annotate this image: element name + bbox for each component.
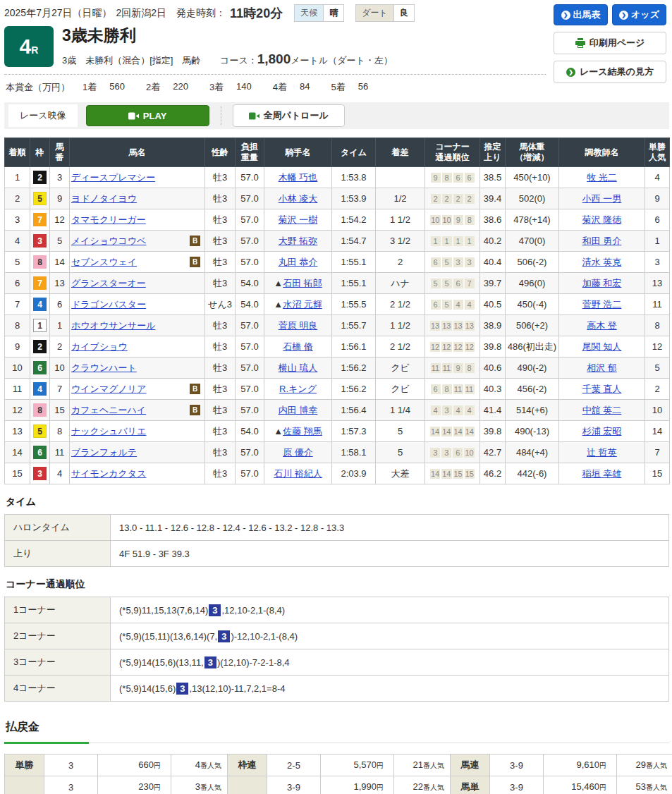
sex-age: 牡3 bbox=[205, 273, 236, 294]
jockey-name-link[interactable]: 水沼 元輝 bbox=[283, 299, 322, 310]
course-distance: 1,800 bbox=[257, 51, 291, 66]
corner-pass: 6 bbox=[431, 300, 441, 310]
trainer-name-link[interactable]: 杉浦 宏昭 bbox=[582, 426, 622, 436]
corner-pass: 13 bbox=[441, 321, 451, 331]
horse-name-link[interactable]: ホウオウサンサール bbox=[71, 319, 155, 332]
jockey-name-link[interactable]: 丸田 恭介 bbox=[279, 257, 318, 267]
trainer-name-link[interactable]: 相沢 郁 bbox=[587, 362, 617, 373]
last-3f-time: 39.4 bbox=[480, 188, 506, 209]
trainer-name-link[interactable]: 辻 哲英 bbox=[587, 447, 617, 458]
jockey-name-link[interactable]: 菊沢 一樹 bbox=[279, 214, 318, 225]
last-3f-time: 41.4 bbox=[480, 400, 506, 421]
jockey-name-link[interactable]: 菅原 明良 bbox=[279, 320, 318, 331]
trainer-name-link[interactable]: 稲垣 幸雄 bbox=[582, 468, 622, 479]
horse-weight: 442(-6) bbox=[506, 463, 559, 484]
jockey-name-link[interactable]: 佐藤 翔馬 bbox=[283, 426, 322, 436]
jockey-name-link[interactable]: 木幡 巧也 bbox=[279, 172, 318, 183]
trainer-name-link[interactable]: 菅野 浩二 bbox=[582, 299, 622, 310]
trainer-name-link[interactable]: 小西 一男 bbox=[582, 193, 622, 204]
jockey-name-link[interactable]: 原 優介 bbox=[283, 447, 313, 458]
result-guide-button[interactable]: ❯ レース結果の見方 bbox=[554, 61, 666, 83]
sex-age: 牡3 bbox=[205, 231, 236, 252]
horse-name-link[interactable]: セブンスウェイ bbox=[71, 256, 137, 269]
jockey-name-link[interactable]: 石田 拓郎 bbox=[283, 278, 322, 288]
horse-weight: 506(+2) bbox=[506, 315, 559, 336]
horse-name-link[interactable]: ディースプレマシー bbox=[71, 171, 155, 184]
trainer-name-link[interactable]: 牧 光二 bbox=[587, 172, 617, 183]
carried-weight: 57.0 bbox=[236, 400, 264, 421]
sex-age: 牡3 bbox=[205, 336, 236, 358]
finish-position: 10 bbox=[5, 358, 30, 379]
table-row: 10610クラウンハート牡357.0横山 琉人1:56.2クビ11119840.… bbox=[5, 358, 670, 379]
corner-label: 3コーナー bbox=[5, 649, 111, 676]
print-page-button-label: 印刷用ページ bbox=[589, 37, 645, 49]
column-header: 性齢 bbox=[205, 138, 236, 167]
horse-name-link[interactable]: カイブショウ bbox=[71, 341, 128, 353]
race-date: 2025年7月27日（日曜） bbox=[4, 7, 112, 20]
horse-name-link[interactable]: カフェヘニーハイ bbox=[71, 404, 146, 417]
video-camera-icon bbox=[249, 112, 259, 120]
waku-cell: 4 bbox=[30, 379, 50, 400]
trainer-name-link[interactable]: 和田 勇介 bbox=[582, 236, 622, 246]
corner-pass: 8 bbox=[465, 363, 475, 373]
jockey-cell: ▲佐藤 翔馬 bbox=[264, 421, 332, 442]
trainer-name-link[interactable]: 尾関 知人 bbox=[582, 341, 622, 352]
patrol-video-button[interactable]: 全周パトロール bbox=[233, 104, 345, 127]
corner-order-pre: (*5,9)11,15,13(7,6,14) bbox=[119, 605, 208, 616]
trainer-name-link[interactable]: 中舘 英二 bbox=[582, 405, 622, 415]
waku-badge: 5 bbox=[33, 425, 47, 438]
horse-name-link[interactable]: ウインマグノリア bbox=[71, 383, 146, 396]
sex-age: 牡3 bbox=[205, 442, 236, 463]
trainer-name-link[interactable]: 菊沢 隆徳 bbox=[582, 214, 622, 225]
trainer-name-link[interactable]: 加藤 和宏 bbox=[582, 278, 622, 288]
blinker-badge: B bbox=[190, 236, 200, 246]
finish-time: 1:57.3 bbox=[332, 421, 376, 442]
horse-name-link[interactable]: ナックシュバリエ bbox=[71, 425, 146, 438]
trainer-name-link[interactable]: 清水 英克 bbox=[582, 257, 622, 267]
horse-name-link[interactable]: クラウンハート bbox=[71, 362, 137, 374]
horse-name-link[interactable]: サイモンカクタス bbox=[71, 468, 146, 480]
print-page-button[interactable]: 印刷用ページ bbox=[554, 32, 666, 54]
corner-positions-cell: 13131313 bbox=[425, 315, 480, 336]
shutsuba-button[interactable]: ❯ 出馬表 bbox=[554, 4, 608, 25]
jockey-cell: ▲水沼 元輝 bbox=[264, 294, 332, 315]
horse-name-link[interactable]: タマモクリーガー bbox=[71, 214, 146, 226]
jockey-name-link[interactable]: 小林 凌大 bbox=[279, 193, 318, 204]
finish-time: 1:53.8 bbox=[332, 167, 376, 188]
win-popularity: 10 bbox=[645, 400, 670, 421]
jockey-name-link[interactable]: 大野 拓弥 bbox=[279, 236, 318, 246]
play-button[interactable]: PLAY bbox=[86, 105, 209, 126]
page-title: 3歳未勝利 bbox=[62, 26, 393, 46]
table-row: 435メイショウコウベB牡357.0大野 拓弥1:54.73 1/2111140… bbox=[5, 231, 670, 252]
corner-pass: 15 bbox=[465, 469, 475, 479]
jockey-name-link[interactable]: 石橋 脩 bbox=[283, 341, 313, 352]
corner-pass: 5 bbox=[442, 300, 452, 310]
table-row: 1534サイモンカクタス牡357.0石川 裕紀人2:03.9大差14141515… bbox=[5, 463, 670, 484]
horse-name-link[interactable]: グランスターオー bbox=[71, 277, 146, 290]
waku-cell: 3 bbox=[30, 231, 50, 252]
horse-number: 15 bbox=[50, 400, 70, 421]
jockey-name-link[interactable]: 横山 琉人 bbox=[279, 362, 318, 373]
horse-name-link[interactable]: ヨドノタイヨウ bbox=[71, 193, 137, 205]
corner-pass: 14 bbox=[453, 427, 463, 436]
horse-name-link[interactable]: ブランフォルテ bbox=[71, 446, 137, 459]
payout-amount: 1,990円 bbox=[321, 776, 394, 794]
jockey-name-link[interactable]: R.キング bbox=[279, 384, 317, 394]
popularity-suffix: 番人気 bbox=[646, 783, 667, 791]
trainer-name-link[interactable]: 高木 登 bbox=[587, 320, 617, 331]
corner-pass: 4 bbox=[465, 300, 475, 310]
corner-positions-cell: 6544 bbox=[425, 294, 480, 315]
trainer-name-link[interactable]: 千葉 直人 bbox=[582, 384, 622, 394]
jockey-name-link[interactable]: 内田 博幸 bbox=[279, 405, 318, 415]
popularity-suffix: 番人気 bbox=[200, 783, 221, 791]
prize-place: 1着 bbox=[83, 81, 97, 94]
horse-weight: 490(-2) bbox=[506, 358, 559, 379]
odds-button[interactable]: ❯ オッズ bbox=[612, 4, 666, 25]
jockey-name-link[interactable]: 石川 裕紀人 bbox=[274, 468, 322, 479]
column-header: 調教師名 bbox=[559, 138, 645, 167]
horse-name-link[interactable]: ドラゴンバスター bbox=[71, 298, 146, 311]
horse-name-link[interactable]: メイショウコウベ bbox=[71, 235, 146, 248]
finish-position: 15 bbox=[5, 463, 30, 484]
results-body: 123ディースプレマシー牡357.0木幡 巧也1:53.8986638.5450… bbox=[5, 167, 670, 484]
column-header: 馬名 bbox=[70, 138, 205, 167]
